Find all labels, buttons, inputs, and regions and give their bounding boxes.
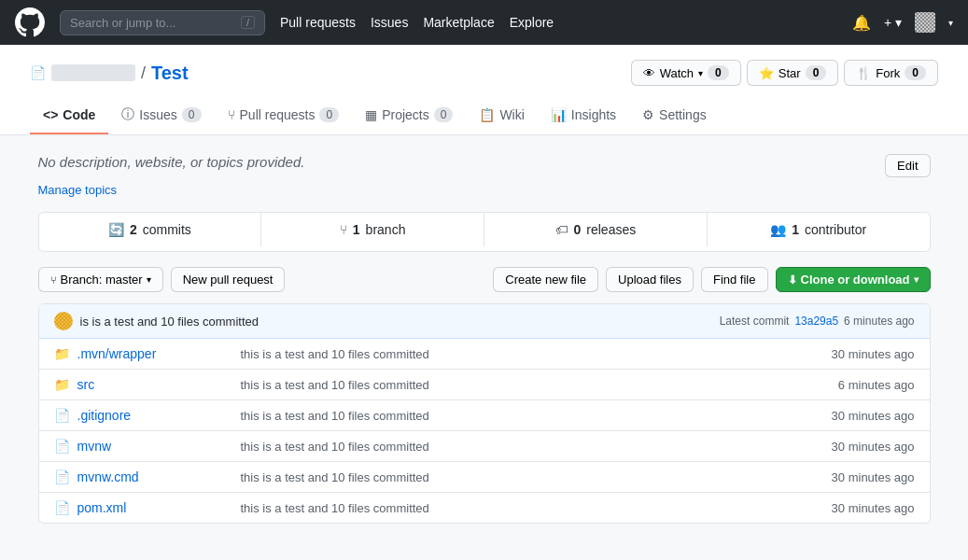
stats-container: 🔄 2 commits ⑂ 1 branch 🏷 0 releases 👥 1 … [38,212,931,252]
insights-icon: 📊 [551,107,567,122]
file-time-mvnw: 30 minutes ago [765,440,915,454]
folder-icon: 📁 [54,346,70,361]
file-name-mvn[interactable]: 📁 .mvn/wrapper [54,346,241,361]
contributors-stat[interactable]: 👥 1 contributor [708,213,930,246]
file-link-mvn[interactable]: .mvn/wrapper [77,346,157,361]
issues-count: 0 [182,107,202,122]
new-pull-request-button[interactable]: New pull request [171,267,286,292]
file-link-pomxml[interactable]: pom.xml [77,500,127,515]
file-commit-msg-src: this is a test and 10 files committed [241,378,765,392]
branch-selector[interactable]: ⑂ Branch: master ▾ [38,267,163,292]
file-icon-mvnw: 📄 [54,439,70,454]
branch-icon: ⑂ [340,222,347,237]
new-item-button[interactable]: + ▾ [884,15,902,30]
tab-projects[interactable]: ▦ Projects 0 [352,97,466,134]
stats-bar: 🔄 2 commits ⑂ 1 branch 🏷 0 releases 👥 1 … [39,213,930,246]
file-row-pomxml: 📄 pom.xml this is a test and 10 files co… [39,493,930,523]
repo-owner-icon: 📄 [30,65,46,80]
file-name-src[interactable]: 📁 src [54,377,241,392]
tab-code[interactable]: <> Code [30,97,108,134]
nav-marketplace[interactable]: Marketplace [423,15,494,30]
commit-info-right: Latest commit 13a29a5 6 minutes ago [720,315,915,328]
fork-icon: 🍴 [856,66,871,80]
releases-stat[interactable]: 🏷 0 releases [484,213,708,246]
fork-label: Fork [876,66,900,80]
find-file-button[interactable]: Find file [701,267,768,292]
file-link-mvnw[interactable]: mvnw [77,439,112,454]
file-time-mvn: 30 minutes ago [765,347,915,361]
tab-insights[interactable]: 📊 Insights [538,97,629,134]
file-name-pomxml[interactable]: 📄 pom.xml [54,500,241,515]
tab-wiki[interactable]: 📋 Wiki [466,97,537,134]
commit-sha-link[interactable]: 13a29a5 [794,315,838,328]
upload-files-button[interactable]: Upload files [606,267,694,292]
language-bar [39,246,930,251]
file-actions: ⑂ Branch: master ▾ New pull request Crea… [38,267,931,292]
commit-header: is is a test and 10 files committed Late… [39,304,930,339]
fork-count: 0 [905,65,926,80]
file-commit-msg-mvnwcmd: this is a test and 10 files committed [241,470,765,484]
clone-caret: ▾ [914,274,919,285]
file-icon-pomxml: 📄 [54,500,70,515]
file-row-src: 📁 src this is a test and 10 files commit… [39,370,930,400]
commit-info-left: is is a test and 10 files committed [54,312,259,330]
wiki-icon: 📋 [479,107,495,122]
create-file-button[interactable]: Create new file [493,267,598,292]
commits-stat[interactable]: 🔄 2 commits [39,213,262,246]
file-icon-mvnwcmd: 📄 [54,469,70,484]
manage-topics-link[interactable]: Manage topics [38,183,931,197]
file-name-gitignore[interactable]: 📄 .gitignore [54,408,241,423]
file-link-src[interactable]: src [77,377,95,392]
contributors-icon: 👥 [770,222,786,237]
search-box[interactable]: Search or jump to... / [60,10,265,35]
tab-pull-requests[interactable]: ⑂ Pull requests 0 [215,97,353,134]
star-icon: ⭐ [759,66,774,80]
fork-button[interactable]: 🍴 Fork 0 [844,60,938,86]
watch-label: Watch [660,66,694,80]
file-row-mvnwcmd: 📄 mvnw.cmd this is a test and 10 files c… [39,462,930,493]
clone-download-button[interactable]: ⬇ Clone or download ▾ [776,267,931,292]
avatar[interactable] [915,12,935,33]
eye-icon: 👁 [643,66,655,80]
branch-icon-btn: ⑂ [50,274,57,286]
nav-explore[interactable]: Explore [510,15,554,30]
nav-pull-requests[interactable]: Pull requests [280,15,356,30]
file-commit-msg-mvnw: this is a test and 10 files committed [241,440,765,454]
releases-count: 0 [574,222,582,237]
tab-settings[interactable]: ⚙ Settings [629,97,720,134]
contributors-label: contributor [805,222,866,237]
file-name-mvnwcmd[interactable]: 📄 mvnw.cmd [54,469,241,484]
file-commit-msg-gitignore: this is a test and 10 files committed [241,409,765,423]
code-icon: <> [43,107,58,122]
branches-label: branch [366,222,406,237]
branches-stat[interactable]: ⑂ 1 branch [261,213,484,246]
file-link-gitignore[interactable]: .gitignore [77,408,132,423]
edit-description-button[interactable]: Edit [885,154,930,177]
star-button[interactable]: ⭐ Star 0 [747,60,839,86]
commits-count: 2 [130,222,137,237]
file-link-mvnwcmd[interactable]: mvnw.cmd [77,469,139,484]
repo-owner-placeholder [51,64,135,81]
projects-icon: ▦ [365,107,377,122]
repo-description-row: No description, website, or topics provi… [38,154,931,177]
repo-name-link[interactable]: Test [151,63,189,84]
file-actions-left: ⑂ Branch: master ▾ New pull request [38,267,286,292]
releases-icon: 🏷 [555,222,568,237]
tab-issues[interactable]: ⓘ Issues 0 [108,97,214,134]
commit-author-avatar [54,312,73,330]
file-name-mvnw[interactable]: 📄 mvnw [54,439,241,454]
notifications-icon[interactable]: 🔔 [852,14,871,32]
file-row-gitignore: 📄 .gitignore this is a test and 10 files… [39,400,930,431]
nav-issues[interactable]: Issues [371,15,408,30]
pr-count: 0 [319,107,339,122]
avatar-caret[interactable]: ▾ [948,18,953,28]
file-table: is is a test and 10 files committed Late… [38,303,931,524]
settings-icon: ⚙ [642,107,654,122]
issues-icon: ⓘ [121,106,134,123]
github-logo-icon[interactable] [15,7,45,37]
file-actions-right: Create new file Upload files Find file ⬇… [493,267,930,292]
search-shortcut-badge: / [241,16,255,29]
watch-button[interactable]: 👁 Watch ▾ 0 [631,60,741,86]
file-time-src: 6 minutes ago [765,378,915,392]
contributors-count: 1 [792,222,799,237]
